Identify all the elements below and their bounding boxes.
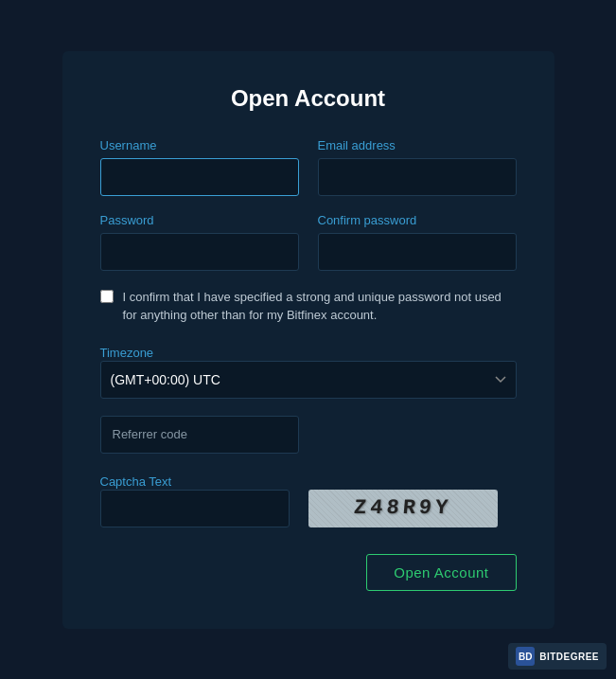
confirm-password-group: Confirm password bbox=[318, 213, 517, 271]
bitdegree-icon: BD bbox=[516, 647, 535, 666]
username-input[interactable] bbox=[100, 158, 299, 196]
email-label: Email address bbox=[318, 138, 517, 152]
password-confirm-label: I confirm that I have specified a strong… bbox=[123, 288, 517, 325]
password-confirm-row: I confirm that I have specified a strong… bbox=[100, 288, 517, 325]
confirm-password-label: Confirm password bbox=[318, 213, 517, 227]
captcha-row: Z48R9Y bbox=[100, 490, 517, 527]
timezone-group: Timezone (GMT-12:00) International Date … bbox=[100, 344, 517, 416]
confirm-password-input[interactable] bbox=[318, 233, 517, 271]
password-row: Password Confirm password bbox=[100, 213, 517, 271]
bitdegree-icon-text: BD bbox=[519, 652, 532, 662]
username-label: Username bbox=[100, 138, 299, 152]
password-confirm-checkbox[interactable] bbox=[100, 290, 114, 303]
registration-card: Open Account Username Email address Pass… bbox=[62, 51, 554, 629]
page-wrapper: Open Account Username Email address Pass… bbox=[0, 0, 616, 679]
timezone-label: Timezone bbox=[100, 346, 154, 360]
referrer-group bbox=[100, 416, 517, 473]
captcha-input[interactable] bbox=[100, 490, 290, 527]
password-group: Password bbox=[100, 213, 299, 271]
username-email-row: Username Email address bbox=[100, 138, 517, 196]
timezone-select[interactable]: (GMT-12:00) International Date Line West… bbox=[100, 361, 517, 399]
captcha-group: Captcha Text Z48R9Y bbox=[100, 473, 517, 527]
bitdegree-text: BITDEGREE bbox=[539, 652, 599, 662]
captcha-label: Captcha Text bbox=[100, 474, 172, 489]
password-input[interactable] bbox=[100, 233, 299, 271]
username-group: Username bbox=[100, 138, 299, 196]
referrer-input[interactable] bbox=[100, 416, 299, 454]
captcha-text: Z48R9Y bbox=[353, 496, 452, 520]
open-account-button[interactable]: Open Account bbox=[366, 554, 516, 591]
email-group: Email address bbox=[318, 138, 517, 196]
email-input[interactable] bbox=[318, 158, 517, 196]
page-title: Open Account bbox=[100, 85, 517, 112]
bitdegree-badge: BD BITDEGREE bbox=[508, 643, 607, 670]
captcha-image: Z48R9Y bbox=[308, 490, 498, 527]
password-label: Password bbox=[100, 213, 299, 227]
